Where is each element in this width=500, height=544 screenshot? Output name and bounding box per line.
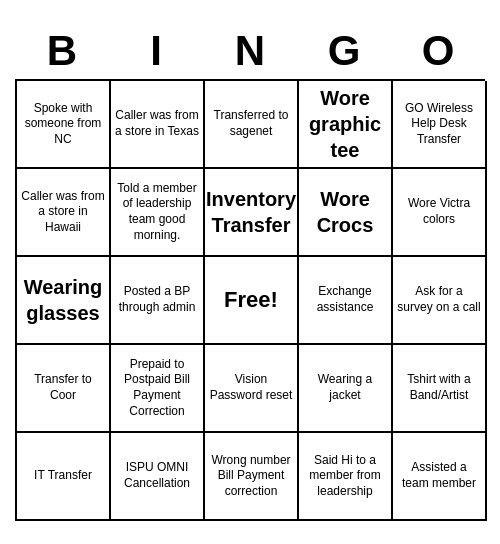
- bingo-letter-i: I: [113, 27, 199, 75]
- bingo-cell-6: Told a member of leadership team good mo…: [111, 169, 205, 257]
- bingo-cell-24: Assisted a team member: [393, 433, 487, 521]
- bingo-cell-21: ISPU OMNI Cancellation: [111, 433, 205, 521]
- bingo-grid: Spoke with someone from NCCaller was fro…: [15, 79, 485, 521]
- bingo-cell-18: Wearing a jacket: [299, 345, 393, 433]
- bingo-cell-2: Transferred to sagenet: [205, 81, 299, 169]
- bingo-cell-11: Posted a BP through admin: [111, 257, 205, 345]
- bingo-card: BINGO Spoke with someone from NCCaller w…: [15, 23, 485, 521]
- bingo-cell-22: Wrong number Bill Payment correction: [205, 433, 299, 521]
- bingo-cell-10: Wearing glasses: [17, 257, 111, 345]
- bingo-letter-o: O: [395, 27, 481, 75]
- bingo-letter-b: B: [19, 27, 105, 75]
- bingo-cell-7: Inventory Transfer: [205, 169, 299, 257]
- bingo-cell-8: Wore Crocs: [299, 169, 393, 257]
- bingo-cell-23: Said Hi to a member from leadership: [299, 433, 393, 521]
- bingo-cell-0: Spoke with someone from NC: [17, 81, 111, 169]
- bingo-cell-3: Wore graphic tee: [299, 81, 393, 169]
- bingo-cell-5: Caller was from a store in Hawaii: [17, 169, 111, 257]
- bingo-cell-19: Tshirt with a Band/Artist: [393, 345, 487, 433]
- bingo-letter-g: G: [301, 27, 387, 75]
- bingo-cell-15: Transfer to Coor: [17, 345, 111, 433]
- bingo-cell-12: Free!: [205, 257, 299, 345]
- bingo-cell-1: Caller was from a store in Texas: [111, 81, 205, 169]
- bingo-letter-n: N: [207, 27, 293, 75]
- bingo-cell-13: Exchange assistance: [299, 257, 393, 345]
- bingo-cell-20: IT Transfer: [17, 433, 111, 521]
- bingo-cell-14: Ask for a survey on a call: [393, 257, 487, 345]
- bingo-cell-4: GO Wireless Help Desk Transfer: [393, 81, 487, 169]
- bingo-cell-16: Prepaid to Postpaid Bill Payment Correct…: [111, 345, 205, 433]
- bingo-cell-17: Vision Password reset: [205, 345, 299, 433]
- bingo-cell-9: Wore Victra colors: [393, 169, 487, 257]
- bingo-header: BINGO: [15, 23, 485, 79]
